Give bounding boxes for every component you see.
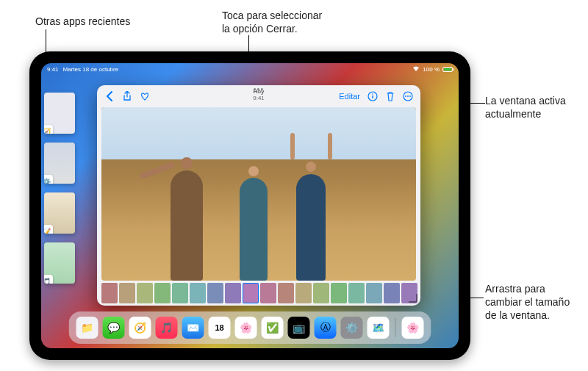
heart-icon[interactable] <box>140 91 150 101</box>
reminders-icon[interactable]: ✅ <box>262 317 284 339</box>
recent-app-thumb[interactable]: 🎵 <box>44 242 75 284</box>
photo-title: Hoy <box>253 88 265 95</box>
wifi-icon <box>412 66 420 72</box>
filmstrip-thumb[interactable] <box>331 283 347 303</box>
filmstrip-thumb[interactable] <box>313 283 329 303</box>
edit-button[interactable]: Editar <box>339 92 360 101</box>
active-window-photos[interactable]: ••• Hoy 9:41 <box>97 85 420 306</box>
callout-recent-apps: Otras apps recientes <box>35 15 130 28</box>
stage-manager-recent-strip: 🧭 ⚙️ 📝 🎵 <box>44 93 75 284</box>
filmstrip-thumb[interactable] <box>295 283 312 303</box>
photos-recent-icon[interactable]: 🌸 <box>402 317 424 339</box>
filmstrip-thumb[interactable] <box>154 283 171 303</box>
filmstrip-thumb[interactable] <box>101 283 118 303</box>
svg-point-5 <box>407 96 409 97</box>
tv-icon[interactable]: 📺 <box>288 317 310 339</box>
filmstrip-thumb[interactable] <box>278 283 294 303</box>
callout-drag-resize: Arrastra para cambiar el tamaño de la ve… <box>485 282 570 323</box>
share-icon[interactable] <box>122 91 132 101</box>
mail-icon[interactable]: ✉️ <box>182 317 204 339</box>
filmstrip-thumb[interactable] <box>348 283 365 303</box>
maps-icon[interactable]: 🗺️ <box>368 317 390 339</box>
ipad-device-frame: 9:41 Martes 18 de octubre 100 % 🧭 ⚙️ 📝 <box>29 51 470 360</box>
filmstrip-thumb[interactable] <box>172 283 188 303</box>
filmstrip-thumb[interactable] <box>243 283 259 303</box>
battery-icon <box>442 67 453 72</box>
photo-subtitle: 9:41 <box>253 95 265 101</box>
music-icon[interactable]: 🎵 <box>156 317 178 339</box>
ipad-screen: 9:41 Martes 18 de octubre 100 % 🧭 ⚙️ 📝 <box>41 63 459 348</box>
ellipsis-circle-icon[interactable] <box>403 91 413 101</box>
filmstrip-thumb[interactable] <box>119 283 135 303</box>
svg-rect-2 <box>372 96 373 98</box>
notes-icon: 📝 <box>44 225 53 234</box>
recent-app-thumb[interactable]: 📝 <box>44 192 75 234</box>
svg-point-6 <box>409 96 411 97</box>
recent-app-thumb[interactable]: 🧭 <box>44 93 75 134</box>
battery-pct: 100 % <box>423 66 440 73</box>
photo-filmstrip[interactable] <box>97 281 420 306</box>
dock-separator <box>395 318 396 337</box>
filmstrip-thumb[interactable] <box>225 283 241 303</box>
callout-active-window: La ventana activa actualmente <box>485 94 566 120</box>
filmstrip-thumb[interactable] <box>384 283 400 303</box>
chevron-left-icon[interactable] <box>104 91 115 101</box>
filmstrip-thumb[interactable] <box>207 283 223 303</box>
settings-icon: ⚙️ <box>44 175 53 184</box>
filmstrip-thumb[interactable] <box>137 283 153 303</box>
window-resize-handle[interactable] <box>409 294 419 304</box>
safari-icon: 🧭 <box>44 125 53 134</box>
music-icon: 🎵 <box>44 275 53 284</box>
photos-toolbar: Hoy 9:41 Editar <box>97 85 420 107</box>
info-icon[interactable] <box>368 91 378 101</box>
recent-app-thumb[interactable]: ⚙️ <box>44 143 75 184</box>
callout-tap-close: Toca para seleccionar la opción Cerrar. <box>222 9 322 35</box>
svg-point-1 <box>372 93 373 95</box>
calendar-icon[interactable]: 18 <box>209 317 231 339</box>
status-date: Martes 18 de octubre <box>63 66 119 73</box>
status-time: 9:41 <box>47 66 59 73</box>
appstore-icon[interactable]: Ⓐ <box>315 317 337 339</box>
filmstrip-thumb[interactable] <box>190 283 206 303</box>
safari-icon[interactable]: 🧭 <box>129 317 151 339</box>
photos-icon[interactable]: 🌸 <box>235 317 257 339</box>
svg-point-4 <box>405 96 406 97</box>
settings-icon[interactable]: ⚙️ <box>341 317 363 339</box>
status-bar: 9:41 Martes 18 de octubre 100 % <box>41 63 459 75</box>
messages-icon[interactable]: 💬 <box>103 317 125 339</box>
files-icon[interactable]: 📁 <box>76 317 98 339</box>
filmstrip-thumb[interactable] <box>366 283 382 303</box>
trash-icon[interactable] <box>385 91 395 101</box>
photo-viewer[interactable] <box>101 107 416 281</box>
filmstrip-thumb[interactable] <box>260 283 276 303</box>
dock: 📁💬🧭🎵✉️18🌸✅📺Ⓐ⚙️🗺️🌸 <box>69 311 431 344</box>
